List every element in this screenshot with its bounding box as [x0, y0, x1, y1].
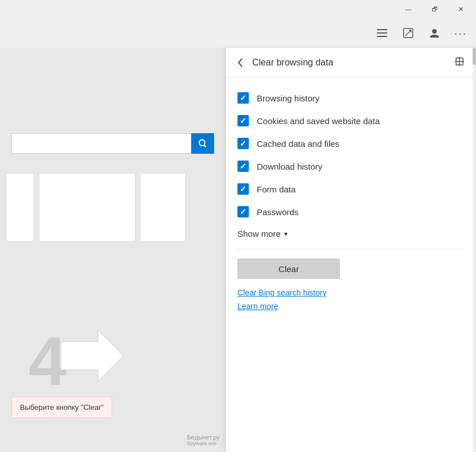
panel-pin-button[interactable]: [452, 54, 467, 71]
browser-content: 4 Выберите кнопку "Clear" Бедынет.ру Spy…: [0, 48, 476, 452]
hamburger-icon[interactable]: [371, 22, 393, 44]
more-options-icon[interactable]: ···: [450, 22, 471, 44]
checkbox-browsing-history[interactable]: ✓ Browsing history: [237, 87, 465, 109]
tiles-area: [0, 173, 225, 241]
panel-back-button[interactable]: [235, 56, 245, 69]
svg-point-7: [432, 29, 437, 34]
step-arrow: [61, 330, 124, 392]
check-icon: ✓: [240, 116, 247, 125]
checkbox-cached[interactable]: ✓ Cached data and files: [237, 132, 465, 155]
tooltip-box: Выберите кнопку "Clear": [11, 397, 112, 418]
panel-header: Clear browsing data: [226, 48, 476, 77]
search-bar-area: [11, 133, 214, 154]
checkbox-form-data[interactable]: ✓ Form data: [237, 178, 465, 200]
divider: [237, 249, 465, 249]
chevron-down-icon: ▾: [284, 230, 288, 238]
check-icon: ✓: [240, 93, 247, 102]
clear-bing-link[interactable]: Clear Bing search history: [237, 288, 326, 297]
checkbox-form-data-box[interactable]: ✓: [237, 183, 249, 195]
checkbox-passwords[interactable]: ✓ Passwords: [237, 200, 465, 223]
tile-3[interactable]: [140, 173, 186, 241]
restore-button[interactable]: 🗗: [421, 0, 448, 18]
checkbox-browsing-history-box[interactable]: ✓: [237, 92, 249, 104]
learn-more-link[interactable]: Learn more: [237, 302, 278, 311]
svg-marker-8: [61, 330, 124, 381]
svg-line-4: [405, 30, 411, 36]
check-icon: ✓: [240, 184, 247, 194]
checkbox-passwords-box[interactable]: ✓: [237, 206, 249, 217]
titlebar: — 🗗 ✕: [0, 0, 476, 18]
checkbox-cached-label: Cached data and files: [257, 139, 339, 149]
close-button[interactable]: ✕: [448, 0, 474, 18]
checkbox-form-data-label: Form data: [257, 184, 296, 194]
left-area: 4 Выберите кнопку "Clear" Бедынет.ру Spy…: [0, 48, 225, 452]
show-more-label: Show more: [237, 229, 281, 239]
checkbox-browsing-history-label: Browsing history: [257, 93, 319, 103]
check-icon: ✓: [240, 207, 247, 216]
checkbox-cookies-label: Cookies and saved website data: [257, 116, 380, 126]
svg-rect-2: [377, 36, 387, 37]
minimize-button[interactable]: —: [395, 0, 421, 18]
checkbox-cached-box[interactable]: ✓: [237, 138, 249, 149]
checkbox-passwords-label: Passwords: [257, 207, 298, 217]
svg-rect-0: [377, 29, 387, 30]
check-icon: ✓: [240, 139, 247, 148]
panel-scrollbar-thumb[interactable]: [473, 48, 476, 65]
tile-2[interactable]: [39, 173, 136, 241]
watermark: Бедынет.ру Spyware.exe: [187, 434, 220, 446]
checkbox-download-history[interactable]: ✓ Download history: [237, 155, 465, 178]
svg-rect-1: [377, 32, 387, 34]
show-more-button[interactable]: Show more ▾: [237, 223, 288, 244]
browser-toolbar: ···: [0, 18, 476, 48]
search-input[interactable]: [11, 133, 191, 154]
panel-scrollbar[interactable]: [473, 48, 476, 452]
check-icon: ✓: [240, 162, 247, 171]
checkbox-cookies-box[interactable]: ✓: [237, 115, 249, 126]
clear-button[interactable]: Clear: [237, 258, 340, 279]
panel-title: Clear browsing data: [252, 57, 445, 68]
step-indicator: 4: [28, 327, 124, 395]
checkbox-download-history-box[interactable]: ✓: [237, 161, 249, 172]
edit-icon[interactable]: [397, 22, 419, 44]
tile-1[interactable]: [6, 173, 34, 241]
checkbox-cookies[interactable]: ✓ Cookies and saved website data: [237, 109, 465, 132]
tooltip-text: Выберите кнопку "Clear": [20, 403, 104, 412]
user-icon[interactable]: [424, 22, 445, 44]
clear-browsing-data-panel: Clear browsing data ✓ Browsing history: [225, 48, 476, 452]
checkbox-download-history-label: Download history: [257, 162, 322, 171]
search-button[interactable]: [191, 133, 214, 154]
panel-content: ✓ Browsing history ✓ Cookies and saved w…: [226, 77, 476, 452]
